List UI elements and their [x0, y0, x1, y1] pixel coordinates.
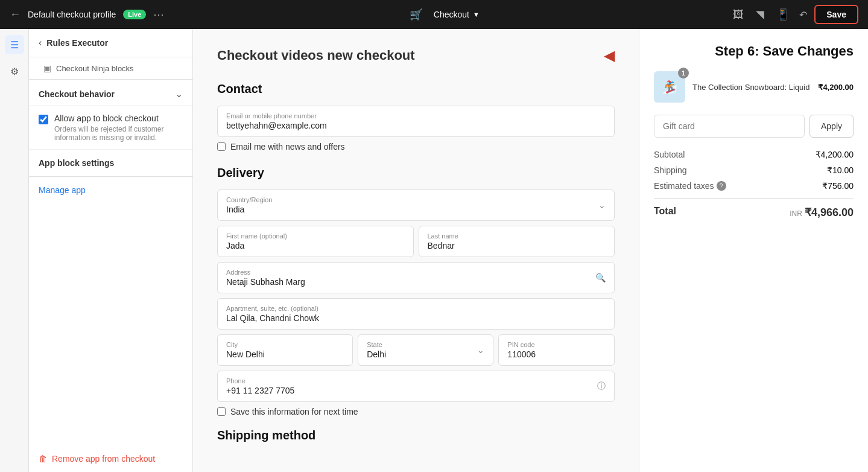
phone-field[interactable]: Phone +91 11 2327 7705 ⓘ: [217, 371, 615, 402]
apt-value: Lal Qila, Chandni Chowk: [226, 313, 606, 323]
subtotal-value: ₹4,200.00: [816, 150, 854, 159]
total-currency: INR: [790, 209, 802, 218]
search-icon: 🔍: [595, 273, 606, 282]
delivery-section: Delivery Country/Region India ⌄ First na…: [217, 166, 615, 442]
checkout-title-row: Checkout videos new checkout ◀: [217, 47, 615, 64]
taxes-value: ₹756.00: [822, 181, 854, 191]
sidebar-sub-label: Checkout Ninja blocks: [56, 64, 134, 73]
desktop-icon[interactable]: 🖼: [730, 6, 746, 24]
main-layout: ☰ ⚙ ‹ Rules Executor ▣ Checkout Ninja bl…: [0, 29, 868, 472]
total-amount: ₹4,966.00: [805, 206, 854, 219]
sidebar-back-nav[interactable]: ‹ Rules Executor: [29, 29, 192, 57]
contact-section: Contact Email or mobile phone number bet…: [217, 82, 615, 151]
phone-value: +91 11 2327 7705: [226, 386, 606, 395]
phone-help-icon: ⓘ: [597, 381, 606, 392]
first-name-field[interactable]: First name (optional) Jada: [217, 226, 414, 257]
shipping-label: Shipping: [654, 165, 687, 175]
remove-app-button[interactable]: 🗑 Remove app from checkout: [29, 445, 192, 472]
nav-icon-settings[interactable]: ⚙: [5, 62, 24, 81]
city-value: New Delhi: [226, 349, 344, 359]
chevron-down-icon: ▼: [473, 11, 480, 18]
live-badge: Live: [123, 10, 146, 19]
delivery-title: Delivery: [217, 166, 615, 180]
order-summary: Step 6: Save Changes 🏂 1 The Collection …: [639, 29, 868, 472]
product-image-wrap: 🏂 1: [654, 71, 685, 103]
checkout-behavior-title: Checkout behavior: [39, 89, 115, 99]
checkout-behavior-toggle[interactable]: ⌄: [175, 88, 183, 100]
back-arrow-icon: ‹: [39, 37, 42, 48]
allow-block-checkbox[interactable]: [39, 115, 48, 124]
pin-field[interactable]: PIN code 110006: [498, 334, 615, 366]
state-field[interactable]: State Delhi ⌄: [358, 334, 493, 366]
more-options-button[interactable]: ⋯: [153, 8, 164, 21]
allow-block-desc: Orders will be rejected if customer info…: [54, 125, 183, 142]
taxes-label: Estimated taxes: [654, 181, 714, 191]
email-field[interactable]: Email or mobile phone number bettyehahn@…: [217, 106, 615, 137]
city-state-pin-row: City New Delhi State Delhi ⌄ PIN code 11…: [217, 334, 615, 371]
gift-card-input[interactable]: [654, 115, 805, 138]
country-value: India: [226, 205, 606, 214]
sidebar-panel: ‹ Rules Executor ▣ Checkout Ninja blocks…: [29, 29, 193, 472]
newsletter-checkbox[interactable]: [217, 142, 226, 151]
apt-field[interactable]: Apartment, suite, etc. (optional) Lal Qi…: [217, 298, 615, 330]
apply-button[interactable]: Apply: [809, 115, 854, 138]
app-layout: ☰ ⚙ ‹ Rules Executor ▣ Checkout Ninja bl…: [0, 29, 193, 472]
app-block-settings-label: App block settings: [39, 158, 114, 168]
first-name-value: Jada: [226, 241, 405, 250]
back-button[interactable]: ←: [10, 8, 21, 21]
manage-app-anchor[interactable]: Manage app: [39, 185, 86, 195]
shipping-value: ₹10.00: [827, 165, 854, 175]
last-name-field[interactable]: Last name Bednar: [419, 226, 615, 257]
save-info-checkbox[interactable]: [217, 407, 226, 416]
taxes-info-icon[interactable]: ?: [717, 181, 726, 191]
product-info: The Collection Snowboard: Liquid: [692, 83, 811, 92]
mobile-icon[interactable]: 📱: [774, 5, 792, 24]
taxes-label-wrap: Estimated taxes ?: [654, 181, 726, 191]
checkout-label: Checkout: [434, 10, 469, 19]
nav-icon-blocks[interactable]: ☰: [5, 35, 24, 54]
total-label: Total: [654, 206, 676, 219]
newsletter-checkbox-row: Email me with news and offers: [217, 142, 615, 151]
icon-rail: ☰ ⚙: [0, 29, 29, 472]
cart-icon: 🛒: [410, 8, 423, 21]
product-price: ₹4,200.00: [818, 83, 854, 92]
product-name: The Collection Snowboard: Liquid: [692, 83, 811, 92]
address-field[interactable]: Address Netaji Subhash Marg 🔍: [217, 262, 615, 293]
name-row: First name (optional) Jada Last name Bed…: [217, 226, 615, 262]
sidebar-sub-item[interactable]: ▣ Checkout Ninja blocks: [29, 57, 192, 80]
gift-card-row: Apply: [654, 115, 854, 138]
country-chevron-icon: ⌄: [598, 200, 606, 210]
email-value: bettyehahn@example.com: [226, 121, 606, 130]
address-label: Address: [226, 269, 606, 276]
checkout-dropdown[interactable]: Checkout ▼: [428, 7, 486, 22]
state-value: Delhi: [367, 349, 484, 359]
checkout-preview: Checkout videos new checkout ◀ Contact E…: [193, 29, 639, 472]
last-name-label: Last name: [428, 232, 606, 240]
country-field[interactable]: Country/Region India ⌄: [217, 190, 615, 221]
undo-button[interactable]: ↶: [799, 9, 807, 21]
step-title: Step 6: Save Changes: [654, 43, 854, 59]
country-label: Country/Region: [226, 196, 606, 203]
topbar-left: ← Default checkout profile Live ⋯: [10, 8, 164, 21]
subtotal-label: Subtotal: [654, 150, 685, 159]
tablet-icon[interactable]: ◥: [753, 5, 767, 24]
total-line: Total INR ₹4,966.00: [654, 198, 854, 219]
subtotal-line: Subtotal ₹4,200.00: [654, 150, 854, 159]
contact-title: Contact: [217, 82, 615, 96]
checkout-behavior-header: Checkout behavior ⌄: [29, 80, 192, 106]
city-field[interactable]: City New Delhi: [217, 334, 353, 366]
blocks-icon: ▣: [43, 63, 51, 73]
topbar: ← Default checkout profile Live ⋯ 🛒 Chec…: [0, 0, 868, 29]
taxes-line: Estimated taxes ? ₹756.00: [654, 181, 854, 191]
sidebar-back-title: Rules Executor: [46, 38, 108, 48]
newsletter-label: Email me with news and offers: [230, 142, 345, 151]
checkout-title: Checkout videos new checkout: [217, 48, 415, 63]
save-button[interactable]: Save: [814, 5, 858, 24]
save-info-row: Save this information for next time: [217, 407, 615, 416]
pin-label: PIN code: [507, 341, 606, 348]
remove-app-label: Remove app from checkout: [52, 454, 155, 464]
manage-app-link[interactable]: Manage app: [29, 177, 192, 203]
topbar-center: 🛒 Checkout ▼: [410, 7, 486, 22]
topbar-right: 🖼 ◥ 📱 ↶ Save: [730, 5, 858, 24]
allow-block-setting: Allow app to block checkout Orders will …: [29, 106, 192, 150]
